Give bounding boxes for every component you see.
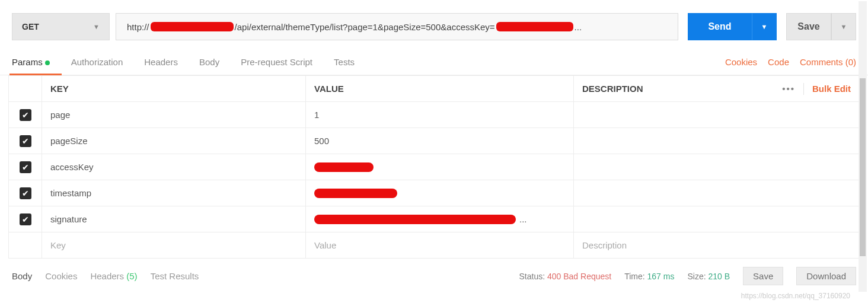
param-value-cell[interactable] [306, 180, 574, 206]
link-comments[interactable]: Comments (0) [800, 57, 856, 75]
param-desc-cell[interactable] [574, 180, 859, 206]
param-placeholder-row[interactable]: Key Value Description [9, 232, 859, 258]
chevron-down-icon: ▼ [841, 23, 847, 30]
redacted-value [314, 215, 516, 224]
response-download-button[interactable]: Download [796, 267, 856, 285]
link-cookies[interactable]: Cookies [725, 57, 757, 75]
param-value-cell[interactable]: ... [306, 206, 574, 232]
tab-body[interactable]: Body [199, 57, 219, 75]
header-desc: DESCRIPTION [574, 76, 764, 101]
param-row: ✔page1 [9, 101, 859, 128]
more-icon[interactable]: ••• [782, 84, 795, 94]
placeholder-desc[interactable]: Description [574, 232, 859, 258]
save-dropdown-button[interactable]: ▼ [831, 13, 856, 40]
tab-headers[interactable]: Headers [144, 57, 178, 75]
response-tab-cookies[interactable]: Cookies [45, 271, 77, 281]
url-text-prefix: http:// [127, 22, 149, 32]
header-value: VALUE [306, 76, 574, 101]
checkbox-checked-icon[interactable]: ✔ [20, 187, 31, 199]
param-value-cell[interactable]: 1 [306, 102, 574, 128]
tab-prerequest[interactable]: Pre-request Script [241, 57, 312, 75]
param-key-cell[interactable]: accessKey [42, 154, 306, 180]
redacted-value [314, 189, 397, 198]
param-key-cell[interactable]: pageSize [42, 128, 306, 154]
tab-authorization[interactable]: Authorization [71, 57, 123, 75]
bulk-edit-link[interactable]: Bulk Edit [812, 84, 851, 94]
param-desc-cell[interactable] [574, 154, 859, 180]
chevron-down-icon: ▼ [93, 23, 100, 30]
link-code[interactable]: Code [768, 57, 789, 75]
param-key-cell[interactable]: timestamp [42, 180, 306, 206]
tab-tests[interactable]: Tests [334, 57, 355, 75]
param-row: ✔signature... [9, 206, 859, 232]
vertical-scrollbar[interactable] [859, 1, 867, 292]
params-header-row: KEY VALUE DESCRIPTION ••• Bulk Edit [9, 75, 859, 101]
param-row: ✔timestamp [9, 180, 859, 206]
url-text-suffix: ... [575, 22, 582, 32]
header-key: KEY [42, 76, 306, 101]
param-desc-cell[interactable] [574, 128, 859, 154]
response-save-button[interactable]: Save [743, 267, 783, 285]
save-button[interactable]: Save [786, 13, 831, 40]
placeholder-key[interactable]: Key [42, 232, 306, 258]
redacted-value [314, 162, 374, 172]
param-row: ✔pageSize500 [9, 128, 859, 154]
response-size: Size: 210 B [687, 272, 730, 281]
scrollbar-thumb[interactable] [860, 78, 866, 256]
param-value-cell[interactable] [306, 154, 574, 180]
param-key-cell[interactable]: signature [42, 206, 306, 232]
redacted-key [496, 22, 573, 31]
http-method-label: GET [22, 22, 39, 31]
param-value-cell[interactable]: 500 [306, 128, 574, 154]
watermark-text: https://blog.csdn.net/qq_37160920 [741, 292, 850, 300]
response-tab-test-results[interactable]: Test Results [151, 271, 199, 281]
response-tab-body[interactable]: Body [12, 271, 32, 281]
params-active-dot-icon [45, 60, 50, 65]
param-key-cell[interactable]: page [42, 102, 306, 128]
url-text-mid: /api/external/themeType/list?page=1&page… [235, 22, 495, 32]
redacted-host [151, 22, 234, 31]
checkbox-checked-icon[interactable]: ✔ [20, 109, 31, 121]
send-dropdown-button[interactable]: ▼ [752, 13, 777, 40]
response-tab-headers[interactable]: Headers (5) [90, 271, 137, 281]
checkbox-checked-icon[interactable]: ✔ [20, 135, 31, 147]
response-status: Status: 400 Bad Request [519, 272, 611, 281]
checkbox-checked-icon[interactable]: ✔ [20, 161, 31, 173]
tab-params[interactable]: Params [12, 57, 50, 75]
http-method-select[interactable]: GET ▼ [12, 13, 110, 40]
response-time: Time: 167 ms [624, 272, 674, 281]
checkbox-checked-icon[interactable]: ✔ [20, 213, 31, 225]
send-button[interactable]: Send [688, 13, 752, 40]
param-row: ✔accessKey [9, 154, 859, 180]
param-value-text: 1 [314, 110, 319, 120]
param-desc-cell[interactable] [574, 102, 859, 128]
url-input[interactable]: http:// /api/external/themeType/list?pag… [116, 13, 678, 40]
chevron-down-icon: ▼ [761, 23, 768, 30]
placeholder-value[interactable]: Value [306, 232, 574, 258]
param-value-text: 500 [314, 136, 329, 146]
params-table: KEY VALUE DESCRIPTION ••• Bulk Edit ✔pag… [8, 75, 860, 259]
param-desc-cell[interactable] [574, 206, 859, 232]
